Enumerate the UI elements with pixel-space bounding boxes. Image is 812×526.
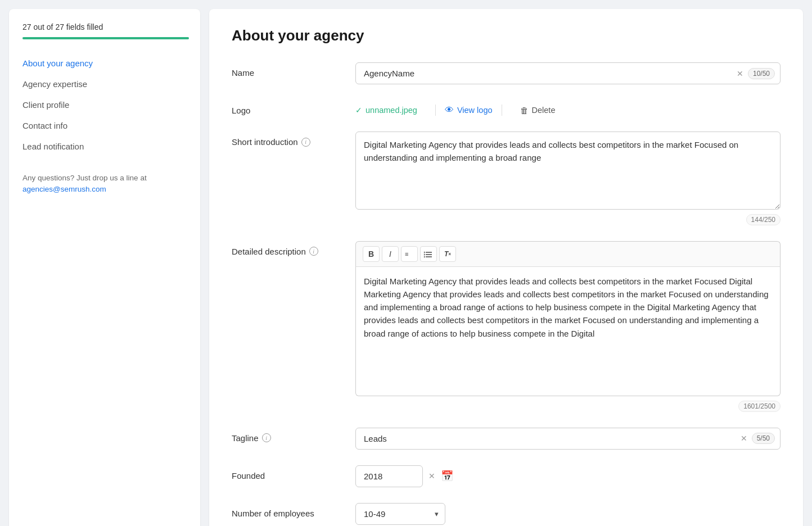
svg-point-4: [424, 251, 425, 253]
rich-editor-toolbar: B I ≡: [355, 241, 781, 267]
sidebar-item-about[interactable]: About your agency: [22, 53, 189, 74]
name-input[interactable]: [355, 62, 781, 84]
short-intro-info-icon[interactable]: i: [301, 138, 310, 147]
detailed-desc-info-icon[interactable]: i: [309, 247, 318, 256]
employees-select-wrapper: 1-9 10-49 50-99 100-249 250+ ▾: [355, 503, 445, 525]
name-row: Name ✕ 10/50: [232, 62, 781, 84]
sidebar-item-lead[interactable]: Lead notification: [22, 136, 189, 157]
detailed-desc-row: Detailed description i B I ≡: [232, 241, 781, 412]
tagline-clear-icon[interactable]: ✕: [741, 434, 747, 442]
delete-icon: 🗑: [520, 106, 529, 115]
unordered-list-button[interactable]: [420, 246, 437, 262]
short-intro-label: Short introduction i: [232, 132, 355, 147]
svg-point-5: [424, 253, 425, 255]
name-input-wrapper: ✕ 10/50: [355, 62, 781, 84]
check-icon: ✓: [355, 106, 362, 115]
sidebar-help-text: Any questions? Just drop us a line at: [22, 174, 147, 182]
logo-separator-2: [502, 105, 502, 116]
tagline-row: Tagline i ✕ 5/50: [232, 428, 781, 450]
progress-text: 27 out of 27 fields filled: [22, 22, 189, 31]
name-label: Name: [232, 62, 355, 78]
name-clear-icon[interactable]: ✕: [737, 70, 743, 78]
view-logo-button[interactable]: 👁 View logo: [445, 105, 493, 115]
short-intro-textarea-wrapper: 144/250: [355, 132, 781, 225]
page-container: 27 out of 27 fields filled About your ag…: [9, 9, 803, 526]
founded-input[interactable]: [355, 465, 423, 487]
tagline-char-count: 5/50: [752, 433, 775, 444]
founded-row: Founded ✕ 📅: [232, 465, 781, 487]
founded-wrapper: ✕ 📅: [355, 465, 453, 487]
tagline-label: Tagline i: [232, 428, 355, 443]
clear-format-button[interactable]: Tx: [439, 246, 456, 262]
sidebar: 27 out of 27 fields filled About your ag…: [9, 9, 200, 526]
rich-editor-footer: 1601/2500: [355, 396, 781, 398]
rich-editor: B I ≡: [355, 241, 781, 412]
view-logo-label: View logo: [457, 106, 493, 115]
ordered-list-button[interactable]: ≡: [401, 246, 418, 262]
italic-button[interactable]: I: [382, 246, 399, 262]
employees-label: Number of employees: [232, 503, 355, 518]
employees-select[interactable]: 1-9 10-49 50-99 100-249 250+: [355, 503, 445, 525]
logo-row: Logo ✓ unnamed.jpeg 👁 View logo 🗑 Delete: [232, 100, 781, 116]
logo-filename-wrapper: ✓ unnamed.jpeg: [355, 106, 417, 115]
page-title: About your agency: [232, 27, 781, 44]
name-char-count: 10/50: [748, 68, 775, 79]
delete-logo-button[interactable]: 🗑 Delete: [520, 106, 556, 115]
svg-point-6: [424, 256, 425, 257]
rich-editor-body[interactable]: Digital Marketing Agency that provides l…: [355, 267, 781, 396]
main-content: About your agency Name ✕ 10/50 Logo ✓ un…: [209, 9, 803, 526]
founded-clear-icon[interactable]: ✕: [428, 471, 435, 480]
sidebar-help: Any questions? Just drop us a line at ag…: [22, 173, 189, 196]
progress-bar-background: [22, 37, 189, 39]
tagline-input-actions: ✕ 5/50: [741, 433, 775, 444]
sidebar-item-contact[interactable]: Contact info: [22, 115, 189, 136]
tagline-input-wrapper: ✕ 5/50: [355, 428, 781, 450]
tagline-input[interactable]: [355, 428, 781, 450]
sidebar-item-expertise[interactable]: Agency expertise: [22, 74, 189, 94]
sidebar-item-client[interactable]: Client profile: [22, 94, 189, 115]
sidebar-help-email[interactable]: agencies@semrush.com: [22, 185, 106, 193]
logo-row-content: ✓ unnamed.jpeg 👁 View logo 🗑 Delete: [355, 100, 555, 116]
detailed-desc-char-count: 1601/2500: [738, 401, 781, 412]
delete-logo-label: Delete: [532, 106, 556, 115]
short-intro-char-count: 144/250: [746, 214, 781, 225]
calendar-icon[interactable]: 📅: [441, 470, 453, 482]
progress-bar-fill: [22, 37, 189, 39]
logo-separator: [435, 105, 436, 116]
logo-filename-text: unnamed.jpeg: [366, 106, 417, 115]
employees-row: Number of employees 1-9 10-49 50-99 100-…: [232, 503, 781, 525]
tagline-info-icon[interactable]: i: [262, 433, 271, 442]
short-intro-row: Short introduction i 144/250: [232, 132, 781, 225]
founded-label: Founded: [232, 465, 355, 480]
sidebar-nav: About your agency Agency expertise Clien…: [22, 53, 189, 157]
short-intro-textarea[interactable]: [355, 132, 781, 210]
logo-label: Logo: [232, 100, 355, 115]
svg-text:≡: ≡: [405, 251, 408, 257]
bold-button[interactable]: B: [363, 246, 380, 262]
eye-icon: 👁: [445, 105, 454, 115]
detailed-desc-label: Detailed description i: [232, 241, 355, 256]
name-input-actions: ✕ 10/50: [737, 68, 775, 79]
